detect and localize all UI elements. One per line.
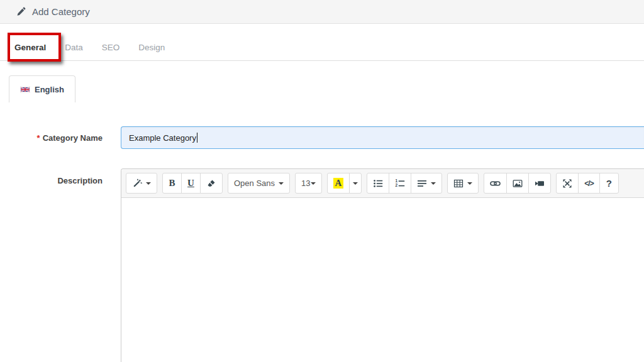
codeview-button[interactable]: </>: [578, 173, 599, 194]
page-title: Add Category: [32, 6, 90, 17]
view-group: </> ?: [556, 173, 618, 194]
font-family-value: Open Sans: [234, 178, 275, 188]
font-size-dropdown[interactable]: 13: [295, 173, 321, 194]
help-icon: ?: [606, 178, 612, 189]
help-button[interactable]: ?: [599, 173, 619, 194]
tab-language-english[interactable]: English: [9, 75, 75, 102]
codeview-icon: </>: [584, 179, 593, 188]
fullscreen-icon: [562, 178, 572, 189]
underline-icon: U: [187, 178, 194, 189]
font-style-group: B U: [162, 173, 223, 194]
align-left-icon: [417, 178, 427, 189]
tab-seo[interactable]: SEO: [92, 34, 130, 60]
pencil-icon: [16, 7, 26, 16]
magic-style-button[interactable]: [126, 173, 157, 194]
eraser-icon: [206, 178, 216, 189]
table-group: [447, 173, 479, 194]
picture-icon: [513, 178, 523, 189]
link-icon: [490, 178, 501, 189]
eraser-button[interactable]: [200, 173, 223, 194]
font-family-dropdown[interactable]: Open Sans: [228, 173, 290, 194]
font-color-more-button[interactable]: [349, 173, 362, 194]
main-tabs: General Data SEO Design: [0, 34, 644, 61]
video-icon: [535, 178, 545, 189]
chevron-down-icon: [279, 182, 284, 185]
category-name-input[interactable]: Example Category: [121, 126, 644, 149]
editor-content-area[interactable]: [121, 198, 644, 362]
svg-text:1: 1: [396, 178, 398, 183]
unordered-list-button[interactable]: [367, 173, 389, 194]
category-name-label: *Category Name: [0, 126, 103, 149]
font-family-group: Open Sans: [228, 173, 290, 194]
rich-text-editor: B U: [121, 168, 644, 362]
font-color-group: A: [327, 173, 362, 194]
language-tab-label: English: [35, 85, 64, 94]
tab-data[interactable]: Data: [55, 34, 92, 60]
chevron-down-icon: [353, 182, 358, 185]
paragraph-align-button[interactable]: [411, 173, 442, 194]
text-cursor: [197, 133, 197, 143]
svg-text:2: 2: [396, 183, 398, 187]
bold-icon: B: [169, 178, 175, 189]
required-asterisk: *: [37, 133, 40, 143]
font-color-icon: A: [333, 178, 344, 189]
table-icon: [453, 178, 464, 189]
editor-toolbar: B U: [121, 169, 644, 198]
video-button[interactable]: [528, 173, 551, 194]
picture-button[interactable]: [506, 173, 529, 194]
insert-group: [484, 173, 551, 194]
language-tabs: English: [9, 75, 644, 102]
tab-design[interactable]: Design: [129, 34, 174, 60]
category-name-value: Example Category: [129, 133, 196, 143]
table-button[interactable]: [447, 173, 479, 194]
chevron-down-icon: [467, 182, 472, 185]
chevron-down-icon: [431, 182, 436, 185]
fullscreen-button[interactable]: [556, 173, 579, 194]
font-size-group: 13: [295, 173, 321, 194]
underline-button[interactable]: U: [181, 173, 201, 194]
description-label: Description: [0, 168, 103, 362]
page-header: Add Category: [0, 0, 644, 24]
chevron-down-icon: [146, 182, 151, 185]
gb-flag-icon: [20, 86, 30, 93]
category-name-row: *Category Name Example Category: [0, 126, 644, 149]
ordered-list-button[interactable]: 1 2: [389, 173, 411, 194]
style-group: [126, 173, 157, 194]
tab-general[interactable]: General: [5, 34, 55, 60]
description-row: Description: [0, 168, 644, 362]
link-button[interactable]: [484, 173, 507, 194]
paragraph-group: 1 2: [367, 173, 442, 194]
unordered-list-icon: [373, 178, 383, 189]
ordered-list-icon: 1 2: [395, 178, 405, 189]
font-color-button[interactable]: A: [327, 173, 350, 194]
font-size-value: 13: [301, 178, 310, 188]
magic-wand-icon: [132, 178, 142, 189]
bold-button[interactable]: B: [162, 173, 182, 194]
chevron-down-icon: [311, 182, 316, 185]
